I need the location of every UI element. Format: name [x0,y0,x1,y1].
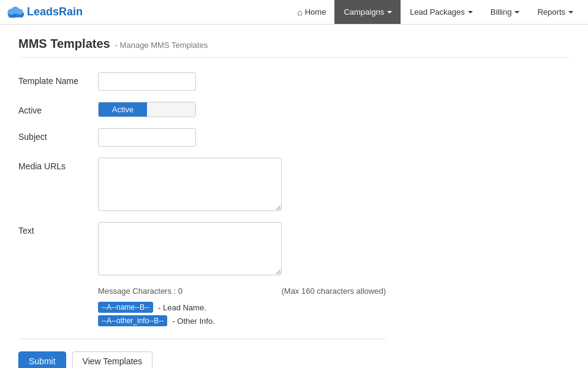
template-name-input[interactable] [98,72,196,91]
subject-group: Subject [18,128,386,147]
subject-label: Subject [18,128,98,142]
page-header: MMS Templates - Manage MMS Templates [18,37,570,58]
placeholder-desc-name: - Lead Name. [158,303,206,312]
active-group: Active Active [18,102,386,117]
message-chars-max: (Max 160 characters allowed) [281,286,386,296]
active-toggle-container: Active [98,102,196,117]
mms-form: Template Name Active Active Subject Medi… [18,72,386,368]
subject-input[interactable] [98,128,196,147]
billing-caret [514,11,519,13]
placeholder-row-name: --A--name--B-- - Lead Name. [98,302,386,313]
nav-links: ⌂ Home Campaigns Lead Packages Billing R… [288,0,582,24]
page-content: MMS Templates - Manage MMS Templates Tem… [0,25,588,368]
submit-button[interactable]: Submit [18,351,66,368]
toggle-active-btn[interactable]: Active [99,102,147,117]
view-templates-button[interactable]: View Templates [72,351,153,368]
template-name-group: Template Name [18,72,386,91]
page-title: MMS Templates [18,37,110,51]
nav-lead-packages[interactable]: Lead Packages [401,0,481,24]
reports-caret [568,11,573,13]
nav-home[interactable]: ⌂ Home [288,0,334,24]
placeholder-desc-other: - Other Info. [172,316,214,326]
media-urls-label: Media URLs [18,158,98,171]
brand-logo [6,6,24,19]
navbar: LeadsRain ⌂ Home Campaigns Lead Packages… [0,0,588,25]
text-group: Text [18,222,386,275]
home-icon: ⌂ [297,7,302,17]
message-chars-info: Message Characters : 0 (Max 160 characte… [98,286,386,296]
nav-campaigns[interactable]: Campaigns [334,0,401,24]
nav-billing[interactable]: Billing [481,0,529,24]
brand: LeadsRain [6,6,83,19]
text-label: Text [18,222,98,236]
message-chars-label: Message Characters : 0 [98,286,183,296]
text-textarea[interactable] [98,222,282,275]
placeholder-badge-name: --A--name--B-- [98,302,153,313]
form-buttons: Submit View Templates [18,351,386,368]
nav-reports[interactable]: Reports [528,0,582,24]
placeholder-badge-other: --A--other_info--B-- [98,315,167,326]
campaigns-caret [387,11,392,13]
svg-point-6 [16,9,23,15]
brand-name: LeadsRain [27,6,83,18]
toggle-inactive-btn[interactable] [147,102,195,117]
active-label: Active [18,102,98,115]
media-urls-textarea[interactable] [98,158,282,211]
media-urls-group: Media URLs [18,158,386,211]
page-subtitle: - Manage MMS Templates [115,40,208,50]
placeholder-row-other: --A--other_info--B-- - Other Info. [98,315,386,326]
form-divider [18,339,386,339]
placeholders-section: --A--name--B-- - Lead Name. --A--other_i… [98,302,386,326]
active-toggle[interactable]: Active [98,102,196,117]
template-name-label: Template Name [18,72,98,86]
lead-packages-caret [468,11,473,13]
